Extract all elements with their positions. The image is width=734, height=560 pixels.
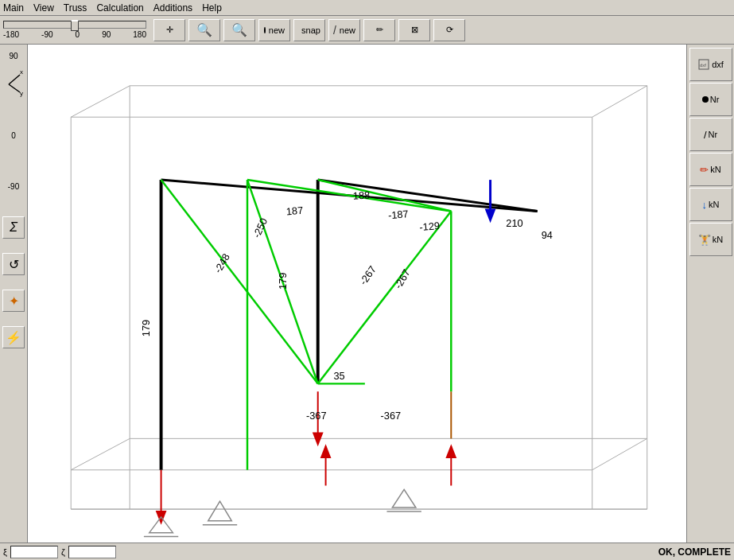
lightning-btn[interactable]: ⚡ [2,326,25,348]
menubar: Main View Truss Calculation Additions He… [0,0,734,16]
rotation-slider[interactable] [3,21,146,29]
dxf-icon: dxf [697,58,710,71]
node-snap-btn[interactable]: snap [293,19,325,41]
zeta-input[interactable] [68,546,116,558]
slider-label-neg180: -180 [3,30,19,39]
dxf-btn[interactable]: dxf dxf [689,48,732,81]
slider-thumb [71,20,79,31]
node-new-btn[interactable]: new [258,19,290,41]
left-sidebar: 90 x y 0 -90 Σ ↺ ✦ ⚡ [0,45,28,542]
svg-marker-46 [485,209,496,224]
rotate-btn2[interactable]: ↺ [2,253,25,275]
slider-label-180: 180 [133,30,146,39]
svg-marker-4 [71,117,592,470]
kn-man-btn[interactable]: 🏋 kN [689,223,732,256]
pencil-kn-icon: ✏ [700,164,709,176]
svg-line-25 [318,212,452,384]
move-tool-btn[interactable]: ✛ [153,19,185,41]
svg-text:210: 210 [506,217,522,229]
zoom-out-btn[interactable]: 🔍 [188,19,220,41]
slider-label-0: 0 [76,30,80,39]
svg-text:179: 179 [140,320,152,336]
menu-additions[interactable]: Additions [153,2,192,14]
origin-btn[interactable]: ✦ [2,290,25,312]
slash-nr-icon: / [704,129,707,141]
svg-text:179: 179 [277,273,289,290]
member-nr-label: Nr [709,130,718,139]
xi-label: ξ [3,547,7,557]
svg-text:x: x [20,68,23,76]
svg-text:-367: -367 [306,410,327,422]
svg-text:dxf: dxf [700,63,706,68]
svg-marker-41 [208,501,232,521]
svg-marker-43 [392,489,416,508]
man-kn-icon: 🏋 [698,234,711,246]
menu-main[interactable]: Main [3,2,24,14]
svg-line-7 [592,86,647,117]
statusbar: ξ ζ OK, COMPLETE [0,542,734,560]
truss-diagram: 188 187 -250 179 179 -248 -187 -129 210 … [28,45,686,542]
delete-btn[interactable]: ⊠ [398,19,430,41]
slider-labels: -180 -90 0 90 180 [3,30,146,39]
slider-label-90: 90 [102,30,111,39]
viewport: 188 187 -250 179 179 -248 -187 -129 210 … [28,45,686,542]
node-nr-btn[interactable]: Nr [689,83,732,116]
menu-help[interactable]: Help [202,2,222,14]
rotation-slider-container: -180 -90 0 90 180 [3,21,146,39]
svg-text:-267: -267 [357,263,379,287]
menu-view[interactable]: View [33,2,54,14]
y-label-bot: -90 [8,178,19,194]
main-layout: 90 x y 0 -90 Σ ↺ ✦ ⚡ [0,45,734,542]
svg-line-1 [9,84,20,92]
svg-text:35: 35 [333,370,344,382]
svg-text:y: y [20,90,23,97]
axis-indicator: x y [2,68,25,116]
refresh-btn[interactable]: ⟳ [433,19,465,41]
svg-marker-35 [320,444,332,458]
xi-input[interactable] [10,546,58,558]
pencil-btn[interactable]: ✏ [363,19,395,41]
kn-pencil-btn[interactable]: ✏ kN [689,153,732,186]
kn-pencil-label: kN [710,165,720,174]
y-label-mid: 0 [11,127,16,143]
svg-text:-129: -129 [419,220,441,233]
svg-text:-367: -367 [381,410,402,422]
node-snap-label: snap [301,25,320,35]
svg-text:187: 187 [285,204,304,218]
kn-man-label: kN [713,235,723,244]
svg-marker-38 [445,444,456,458]
y-label-top: 90 [9,48,17,64]
svg-line-9 [592,438,647,469]
menu-truss[interactable]: Truss [64,2,87,14]
kn-arrow-btn[interactable]: ↓ kN [689,188,732,221]
kn-arrow-label: kN [709,200,719,209]
node-nr-label: Nr [710,95,720,104]
member-new-btn[interactable]: / new [328,19,360,41]
zoom-in-btn[interactable]: 🔍 [223,19,255,41]
svg-marker-33 [313,432,324,446]
member-new-label: new [340,25,355,35]
svg-text:-267: -267 [392,267,413,291]
svg-text:188: 188 [352,189,370,202]
slider-label-neg90: -90 [41,30,52,39]
node-dot-right [702,96,709,103]
svg-line-0 [9,75,20,84]
arrow-kn-icon: ↓ [702,199,708,211]
svg-line-8 [71,438,130,469]
toolbar: -180 -90 0 90 180 ✛ 🔍 🔍 new snap / new ✏… [0,16,734,45]
node-new-label: new [269,25,285,35]
node-dot [264,27,266,33]
zeta-label: ζ [61,547,65,557]
status-complete: OK, COMPLETE [658,546,731,558]
sum-btn[interactable]: Σ [2,216,25,239]
svg-text:94: 94 [542,229,553,241]
right-sidebar: dxf dxf Nr / Nr ✏ kN ↓ kN 🏋 kN [686,45,734,542]
slash-icon: / [333,24,336,37]
member-nr-btn[interactable]: / Nr [689,118,732,151]
svg-marker-5 [130,86,647,439]
svg-line-6 [71,86,130,117]
dxf-label: dxf [712,60,724,69]
svg-text:-187: -187 [387,208,409,221]
svg-text:-248: -248 [212,251,232,275]
menu-calculation[interactable]: Calculation [96,2,143,14]
